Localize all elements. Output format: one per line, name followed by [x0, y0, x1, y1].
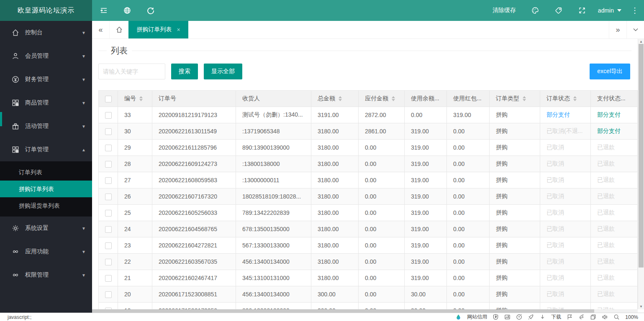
download-label[interactable]: 下载	[551, 313, 561, 321]
sidebar-item-label: 权限管理	[25, 271, 49, 279]
home-tab[interactable]	[110, 21, 128, 38]
rocket-icon[interactable]	[528, 314, 534, 320]
row-checkbox[interactable]	[105, 210, 112, 217]
row-checkbox[interactable]	[105, 275, 112, 282]
sidebar-item-label: 应用功能	[25, 248, 49, 255]
close-icon[interactable]: ×	[177, 26, 180, 33]
sidebar-item-orders[interactable]: 订单管理 ▲	[0, 138, 92, 161]
tab-group-order-list[interactable]: 拼购订单列表 ×	[128, 21, 188, 38]
row-checkbox[interactable]	[105, 128, 112, 135]
row-checkbox[interactable]	[105, 194, 112, 200]
window-icon[interactable]	[590, 314, 596, 320]
sidebar-item-permissions[interactable]: 权限管理 ▼	[0, 263, 92, 287]
table-row: 22202006221603567035456:134001340003180.…	[99, 254, 638, 270]
show-all-button[interactable]: 显示全部	[204, 64, 242, 79]
column-header-payable[interactable]: 应付金额	[359, 91, 405, 107]
cell-consignee: 测试号（勿删）:1340...	[242, 111, 303, 118]
vertical-scrollbar-thumb[interactable]	[639, 44, 644, 268]
refresh-icon[interactable]	[139, 0, 162, 21]
select-all-checkbox[interactable]	[105, 96, 112, 102]
tab-label: 拼购订单列表	[136, 26, 172, 33]
fullscreen-icon[interactable]	[570, 0, 594, 21]
cell-order_no: 202006221607167320	[159, 193, 217, 200]
sidebar-item-console[interactable]: 控制台 ▼	[0, 21, 92, 44]
cell-order_status: 已取消	[547, 225, 564, 232]
column-header-total[interactable]: 总金额	[311, 91, 359, 107]
cell-consignee: 18028518109:18028...	[242, 193, 301, 200]
cell-payable: 0.00	[365, 193, 376, 200]
cell-redpacket: 0.00	[453, 177, 464, 183]
sidebar-item-members[interactable]: 会员管理 ▼	[0, 44, 92, 68]
cell-id: 24	[124, 226, 131, 232]
home-icon	[12, 29, 19, 36]
sidebar-scrollbar-thumb[interactable]	[0, 112, 2, 126]
status-link-text: javascript:;	[0, 314, 31, 320]
globe-icon[interactable]	[115, 0, 139, 21]
collapse-menu-icon[interactable]	[92, 0, 115, 21]
magnifier-icon[interactable]	[613, 314, 620, 320]
sort-icon	[339, 96, 342, 101]
cell-order_type: 拼购	[496, 144, 508, 150]
row-checkbox[interactable]	[105, 226, 112, 233]
speaker-icon[interactable]	[602, 314, 608, 320]
search-input[interactable]	[98, 64, 165, 79]
more-vert-icon[interactable]: ⋮	[626, 0, 644, 21]
site-credit-label[interactable]: 网站信用	[467, 313, 487, 321]
ie-icon[interactable]	[578, 314, 585, 320]
sidebar-item-group-order-list[interactable]: 拼购订单列表	[0, 181, 92, 197]
scroll-down-arrow[interactable]: ▼	[638, 305, 644, 308]
cell-order_status[interactable]: 部分支付	[547, 111, 570, 118]
column-header-order_status[interactable]: 订单状态	[540, 91, 591, 107]
tabs-scroll-left-button[interactable]: «	[92, 21, 110, 38]
shield-icon[interactable]	[493, 314, 499, 320]
down-arrow-icon[interactable]	[539, 314, 546, 320]
search-button[interactable]: 搜索	[171, 64, 198, 79]
gauge-icon[interactable]	[516, 314, 522, 320]
table-row: 21202006221602467417345:131001310003180.…	[99, 270, 638, 286]
tabs-menu-button[interactable]	[626, 21, 644, 38]
column-label: 支付状态...	[597, 95, 626, 102]
sidebar-item-goods[interactable]: 商品管理 ▼	[0, 91, 92, 115]
row-checkbox[interactable]	[105, 177, 112, 184]
row-checkbox[interactable]	[105, 145, 112, 151]
scroll-up-arrow[interactable]: ▲	[638, 40, 644, 43]
tabs-scroll-right-button[interactable]: »	[609, 21, 626, 38]
droplet-icon[interactable]	[455, 314, 462, 320]
zoom-level[interactable]: 100%	[625, 314, 638, 320]
row-checkbox[interactable]	[105, 259, 112, 265]
cell-consignee: 345:13100131000	[242, 275, 290, 281]
column-header-pay_status: 支付状态...	[591, 91, 638, 107]
column-header-id[interactable]: 编号	[118, 91, 152, 107]
cell-id: 33	[124, 112, 131, 118]
sidebar-item-order-list[interactable]: 订单列表	[0, 164, 92, 181]
sidebar-item-settings[interactable]: 系统设置 ▼	[0, 217, 92, 240]
picture-icon[interactable]	[504, 314, 511, 320]
cell-pay_status[interactable]: 部分支付	[597, 111, 621, 118]
tag-icon[interactable]	[547, 0, 570, 21]
column-label: 使用余额...	[411, 95, 439, 102]
flag-icon[interactable]	[567, 314, 573, 320]
row-checkbox[interactable]	[105, 112, 112, 119]
cell-payable: 0.00	[365, 258, 376, 265]
cell-pay_status: 已退款	[597, 225, 615, 232]
sidebar-item-app-functions[interactable]: 应用功能 ▼	[0, 240, 92, 263]
user-menu[interactable]: admin	[594, 0, 626, 21]
table-row: 27202006221608059583:130000000113180.000…	[99, 172, 638, 189]
sidebar-item-activity[interactable]: 活动管理 ▼	[0, 115, 92, 138]
sidebar-item-group-return-list[interactable]: 拼购退货单列表	[0, 197, 92, 214]
clear-cache-button[interactable]: 清除缓存	[485, 0, 523, 21]
column-header-order_type[interactable]: 订单类型	[490, 91, 540, 107]
row-checkbox[interactable]	[105, 291, 112, 298]
cell-consignee: :13000000011	[242, 177, 280, 183]
row-checkbox[interactable]	[105, 242, 112, 249]
cell-pay_status[interactable]: 部分支付	[597, 127, 621, 134]
sidebar-item-finance[interactable]: 财务管理 ▼	[0, 68, 92, 91]
row-checkbox[interactable]	[105, 161, 112, 168]
username: admin	[598, 7, 614, 14]
sidebar-item-label: 订单管理	[25, 146, 49, 153]
column-label: 使用红包...	[453, 95, 482, 102]
excel-export-button[interactable]: excel导出	[590, 64, 630, 79]
horizontal-scrollbar-thumb[interactable]	[92, 309, 594, 313]
palette-icon[interactable]	[523, 0, 547, 21]
sidebar-item-label: 会员管理	[25, 52, 49, 60]
